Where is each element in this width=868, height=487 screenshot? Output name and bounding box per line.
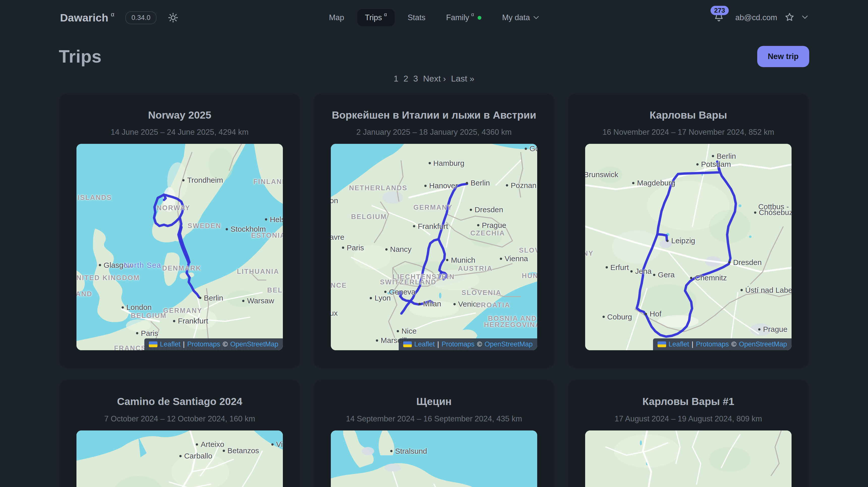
map-labels: ArteixoBetanzosVilaCarballo — [76, 430, 283, 487]
map-label-country: CZECHIA — [470, 229, 505, 237]
trip-card: Щецин 14 September 2024 – 16 September 2… — [313, 379, 555, 487]
map-label-country: BELA — [267, 286, 283, 294]
user-menu-button[interactable] — [802, 16, 808, 20]
attribution-separator: | — [437, 340, 439, 348]
map-label-city: Hof — [645, 310, 661, 318]
map-labels — [585, 430, 792, 487]
nav-map-label: Map — [329, 13, 344, 22]
map-attribution: Leaflet | Protomaps © OpenStreetMap — [399, 338, 537, 350]
protomaps-link[interactable]: Protomaps — [696, 340, 729, 348]
map-label-city: Erfurt — [606, 263, 629, 272]
map-label-country: SWEDEN — [187, 222, 221, 230]
osm-link[interactable]: OpenStreetMap — [230, 340, 278, 348]
map-label-cut: avre — [331, 233, 344, 242]
page-number-link[interactable]: 2 — [403, 74, 408, 83]
map-attribution: Leaflet | Protomaps © OpenStreetMap — [144, 338, 283, 350]
nav-family-label: Family — [446, 13, 469, 22]
map-label-city: Paris — [136, 329, 158, 338]
osm-link[interactable]: OpenStreetMap — [485, 340, 533, 348]
map-label-city: Gera — [653, 271, 675, 279]
trip-title[interactable]: Карловы Вары — [650, 108, 727, 123]
map-label-city: Vienna — [500, 254, 528, 263]
pagination: 123Next ›Last » — [59, 74, 809, 84]
trip-dates: 7 October 2024 – 12 October 2024, 160 km — [76, 414, 283, 423]
nav-my-data[interactable]: My data — [495, 9, 547, 26]
map-label-country: HERZEGOVINA — [484, 321, 537, 329]
map-label-city: Coburg — [602, 313, 632, 321]
map-label-city: Arteixo — [196, 440, 224, 449]
nav-my-data-label: My data — [502, 13, 530, 22]
ukraine-flag-icon — [403, 341, 412, 347]
map-label-country: BELGIUM — [351, 213, 387, 221]
trip-card: Camino de Santiago 2024 7 October 2024 –… — [59, 379, 301, 487]
nav-stats-label: Stats — [407, 13, 426, 22]
map-label-city: Frankfurt — [173, 317, 208, 325]
trip-dates: 14 September 2024 – 16 September 2024, 4… — [331, 414, 537, 423]
map-label-city: Stralsund — [390, 447, 427, 455]
protomaps-link[interactable]: Protomaps — [187, 340, 220, 348]
attribution-separator: | — [183, 340, 185, 348]
map-label-country: LAND — [76, 290, 92, 298]
leaflet-link[interactable]: Leaflet — [414, 340, 435, 348]
map-label-city: Ústí nad Labem — [740, 286, 792, 295]
nav-family-alpha: α — [471, 11, 474, 18]
notifications-count-badge: 273 — [711, 6, 728, 15]
trip-map[interactable]: ArteixoBetanzosVilaCarballo Leaflet | Pr… — [76, 430, 283, 487]
map-label-city: Berlin — [466, 179, 490, 187]
map-label-country: NETHERLANDS — [349, 184, 407, 192]
trip-title[interactable]: Воркейшен в Италии и лыжи в Австрии — [332, 108, 536, 123]
app-logo[interactable]: Dawarichα — [60, 11, 114, 24]
map-label-city: Dresden — [470, 205, 503, 214]
trip-map[interactable]: GdHamburgNETHERLANDSHanoverBerlinPoznano… — [331, 144, 537, 350]
trip-title[interactable]: Norway 2025 — [148, 108, 212, 123]
map-label-country: FINLAND — [253, 178, 283, 186]
map-label-country: NORWAY — [157, 204, 190, 212]
trip-title[interactable]: Карловы Вары #1 — [643, 394, 734, 409]
map-label-city: Berlin — [712, 152, 736, 160]
new-trip-button[interactable]: New trip — [757, 46, 809, 67]
map-label-city: Paris — [342, 243, 364, 252]
nav-map[interactable]: Map — [321, 9, 352, 26]
nav-trips-label: Trips — [365, 13, 382, 22]
nav-family[interactable]: Familyα — [438, 9, 489, 26]
map-label-country: ESTONIA — [251, 232, 283, 239]
map-label-city: Frankfurt — [413, 222, 448, 231]
map-label-city: Betanzos — [222, 446, 259, 455]
trips-page: Trips New trip 123Next ›Last » Norway 20… — [0, 46, 868, 487]
trip-map[interactable]: Leaflet | Protomaps © OpenStreetMap — [585, 430, 792, 487]
map-label-city: Poznan — [506, 181, 536, 190]
trip-title[interactable]: Щецин — [416, 394, 452, 409]
map-label-country: ANCE — [331, 281, 347, 289]
map-label-city: Helsin — [265, 215, 283, 224]
map-labels: E ISLANDSTrondheimFINLANDNORWAYSWEDENHel… — [76, 144, 283, 350]
trip-map[interactable]: BerlinPotsdamBrunswickMagdeburgCottbus -… — [585, 144, 792, 350]
page-number-link[interactable]: 3 — [413, 74, 418, 83]
leaflet-link[interactable]: Leaflet — [160, 340, 180, 348]
trip-map[interactable]: Stralsund Leaflet | Protomaps © OpenStre… — [331, 430, 537, 487]
family-online-dot — [478, 16, 482, 20]
nav-stats[interactable]: Stats — [400, 9, 433, 26]
map-label-country: DENMARK — [162, 264, 202, 272]
map-label-country: AUSTRIA — [458, 265, 493, 272]
favorites-button[interactable] — [784, 12, 795, 24]
map-label-sea: North Sea — [124, 261, 161, 269]
trip-title[interactable]: Camino de Santiago 2024 — [117, 394, 243, 409]
osm-link[interactable]: OpenStreetMap — [739, 340, 787, 348]
leaflet-link[interactable]: Leaflet — [669, 340, 689, 348]
map-label-country: HUNG — [522, 272, 537, 280]
map-label-country: GERMANY — [413, 204, 453, 211]
main-nav: Map Tripsα Stats Familyα My data — [321, 9, 547, 26]
pagination-last-link[interactable]: Last » — [451, 74, 474, 83]
nav-trips[interactable]: Tripsα — [357, 9, 394, 26]
ukraine-flag-icon — [149, 341, 157, 347]
chevron-down-icon — [533, 16, 539, 20]
notifications-button[interactable]: 273 — [713, 11, 725, 24]
trip-map[interactable]: E ISLANDSTrondheimFINLANDNORWAYSWEDENHel… — [76, 144, 283, 350]
pagination-next-link[interactable]: Next › — [423, 74, 446, 83]
map-label-city: Hamburg — [429, 159, 464, 168]
alpha-badge: α — [111, 11, 114, 18]
trip-dates: 2 January 2025 – 18 January 2025, 4360 k… — [331, 128, 537, 137]
user-email: ab@cd.com — [735, 13, 777, 22]
theme-toggle-button[interactable] — [167, 12, 179, 23]
protomaps-link[interactable]: Protomaps — [441, 340, 475, 348]
